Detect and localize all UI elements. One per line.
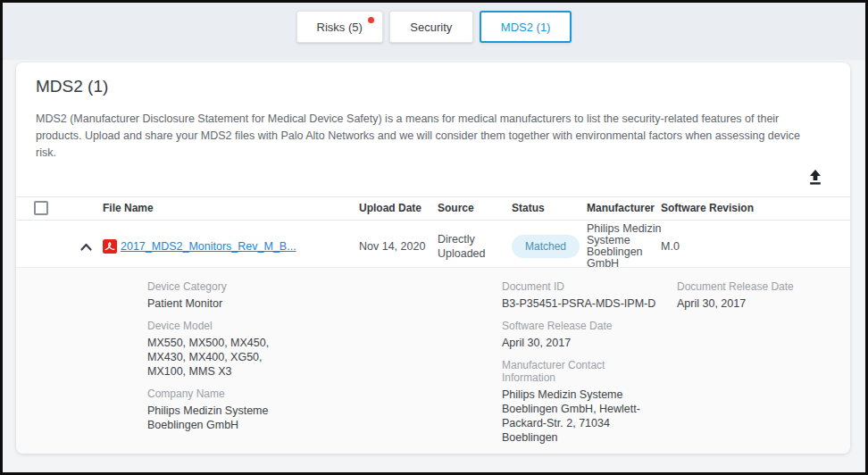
detail-column-3: Document Release Date April 30, 2017	[677, 280, 850, 454]
status-badge: Matched	[512, 235, 580, 258]
select-all-checkbox[interactable]	[34, 201, 48, 215]
detail-column-1: Device Category Patient Monitor Device M…	[147, 280, 502, 454]
mds2-panel: MDS2 (1) MDS2 (Manufacturer Disclosure S…	[16, 62, 850, 454]
detail-value: B3-P35451-PSRA-MDS-IPM-D	[502, 296, 677, 311]
detail-company-name: Company Name Philips Medizin Systeme Boe…	[147, 388, 502, 432]
pdf-file-icon	[103, 239, 117, 254]
tab-mds2[interactable]: MDS2 (1)	[480, 11, 572, 43]
detail-label: Document ID	[502, 280, 677, 293]
header-checkbox-cell	[16, 201, 63, 215]
row-detail-panel: Device Category Patient Monitor Device M…	[16, 267, 850, 454]
col-status: Status	[512, 202, 587, 214]
detail-value: Philips Medizin Systeme Boeblingen GmbH	[147, 404, 313, 432]
detail-label: Company Name	[147, 388, 502, 400]
detail-value: April 30, 2017	[502, 336, 677, 350]
notification-dot	[368, 17, 374, 23]
software-revision-cell: M.0	[661, 240, 850, 253]
upload-icon	[808, 170, 822, 188]
manufacturer-value: Philips Medizin Systeme Boeblingen GmbH	[587, 223, 672, 270]
tab-bar: Risks (5) Security MDS2 (1)	[3, 11, 865, 43]
detail-label: Software Release Date	[502, 320, 677, 332]
detail-document-release-date: Document Release Date April 30, 2017	[677, 280, 850, 311]
detail-value: MX550, MX500, MX450, MX430, MX400, XG50,…	[147, 336, 299, 379]
detail-label: Device Category	[147, 280, 502, 293]
upload-button[interactable]	[804, 167, 827, 190]
collapse-row-button[interactable]	[75, 236, 96, 257]
detail-value: Philips Medizin Systeme Boeblingen GmbH,…	[502, 388, 655, 445]
detail-device-category: Device Category Patient Monitor	[147, 280, 502, 311]
row-expander-cell	[63, 236, 103, 257]
detail-manufacturer-contact: Manufacturer Contact Information Philips…	[502, 359, 677, 445]
detail-software-release-date: Software Release Date April 30, 2017	[502, 320, 677, 350]
file-name-cell: 2017_MDS2_Monitors_Rev_M_B...	[103, 239, 359, 254]
manufacturer-cell: Philips Medizin Systeme Boeblingen GmbH	[587, 223, 661, 270]
tab-risks[interactable]: Risks (5)	[296, 11, 383, 43]
col-file-name: File Name	[103, 202, 359, 214]
detail-device-model: Device Model MX550, MX500, MX450, MX430,…	[147, 320, 502, 379]
file-name-link[interactable]: 2017_MDS2_Monitors_Rev_M_B...	[121, 240, 296, 253]
col-upload-date: Upload Date	[359, 202, 438, 214]
detail-column-2: Document ID B3-P35451-PSRA-MDS-IPM-D Sof…	[502, 280, 677, 454]
panel-description: MDS2 (Manufacturer Disclosure Statement …	[36, 111, 802, 162]
chevron-up-icon	[80, 240, 92, 254]
col-software-revision: Software Revision	[661, 202, 850, 214]
window-frame: Risks (5) Security MDS2 (1) MDS2 (1) MDS…	[0, 0, 868, 475]
page-title: MDS2 (1)	[36, 75, 830, 98]
status-cell: Matched	[512, 235, 587, 258]
tab-risks-label: Risks (5)	[317, 21, 363, 34]
tab-security-label: Security	[410, 21, 452, 34]
detail-label: Manufacturer Contact Information	[502, 359, 645, 384]
col-manufacturer: Manufacturer	[587, 202, 661, 214]
upload-date-cell: Nov 14, 2020	[359, 240, 438, 253]
table-row: 2017_MDS2_Monitors_Rev_M_B... Nov 14, 20…	[16, 221, 850, 267]
toolbar	[16, 162, 850, 196]
table-header-row: File Name Upload Date Source Status Manu…	[16, 196, 850, 221]
panel-header: MDS2 (1) MDS2 (Manufacturer Disclosure S…	[16, 62, 850, 162]
tab-security[interactable]: Security	[389, 11, 473, 43]
tab-mds2-label: MDS2 (1)	[501, 21, 551, 34]
source-cell: Directly Uploaded	[438, 232, 512, 261]
source-value: Directly Uploaded	[438, 232, 491, 261]
col-source: Source	[438, 202, 512, 214]
detail-label: Device Model	[147, 320, 502, 332]
detail-label: Document Release Date	[677, 280, 850, 293]
detail-value: Patient Monitor	[147, 296, 502, 311]
detail-value: April 30, 2017	[677, 296, 850, 311]
detail-document-id: Document ID B3-P35451-PSRA-MDS-IPM-D	[502, 280, 677, 311]
